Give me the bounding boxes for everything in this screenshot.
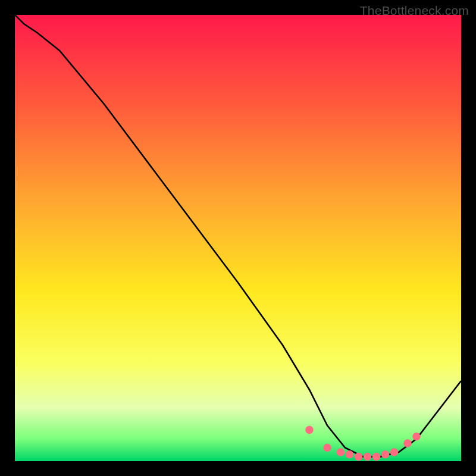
marker-point — [364, 453, 372, 461]
marker-point — [323, 444, 331, 452]
marker-point — [403, 439, 412, 447]
marker-point — [381, 450, 390, 459]
chart-svg — [15, 15, 461, 461]
marker-point — [355, 453, 363, 461]
marker-point — [346, 450, 354, 459]
chart-plot-area — [15, 15, 461, 461]
chart-container: TheBottleneck.com — [0, 0, 476, 476]
marker-point — [337, 448, 345, 456]
watermark-label: TheBottleneck.com — [360, 4, 469, 18]
chart-background — [15, 15, 461, 461]
marker-point — [412, 433, 421, 441]
marker-point — [390, 448, 399, 456]
marker-point — [372, 453, 381, 461]
marker-point — [305, 426, 314, 434]
